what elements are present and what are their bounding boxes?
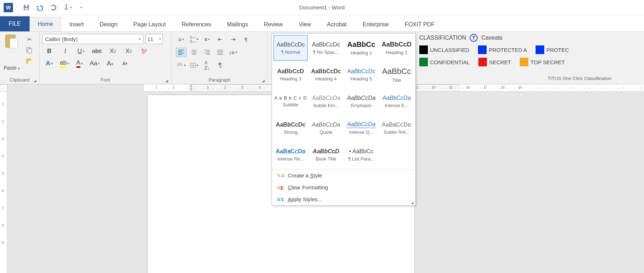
- style-tile-subtitle[interactable]: A a B b C c DSubtitle: [273, 88, 308, 114]
- strikethrough-button[interactable]: abc: [91, 46, 102, 56]
- increase-indent-button[interactable]: ⇥: [228, 35, 238, 44]
- clear-formatting-menu-item[interactable]: A◧ Clear Formatting: [272, 181, 415, 193]
- align-left-button[interactable]: [176, 48, 187, 57]
- save-button[interactable]: [20, 1, 32, 14]
- clipboard-launcher[interactable]: ◢: [33, 79, 36, 83]
- bold-button[interactable]: B: [44, 46, 55, 56]
- underline-button[interactable]: U▾: [76, 46, 86, 56]
- group-classification: CLASSIFICATION T Caveats UNCLASSIFIED PR…: [416, 32, 644, 84]
- justify-button[interactable]: [215, 48, 225, 57]
- style-tile-heading-5[interactable]: AaBbCcDcHeading 5: [344, 62, 379, 88]
- highlight-button[interactable]: ab▾: [59, 58, 70, 69]
- format-painter-button[interactable]: [24, 57, 34, 65]
- paste-button[interactable]: Paste ▾: [2, 33, 21, 72]
- tab-design[interactable]: Design: [92, 18, 126, 31]
- shrink-font-button[interactable]: A▾: [120, 58, 130, 69]
- class-unclassified[interactable]: UNCLASSIFIED: [419, 45, 469, 54]
- style-name: Intense E...: [385, 103, 408, 108]
- grow-font-button[interactable]: A▴: [104, 58, 115, 69]
- caveats-button[interactable]: Caveats: [481, 35, 502, 41]
- class-protected-a[interactable]: PROTECTED A: [478, 45, 527, 54]
- tab-mailings[interactable]: Mailings: [219, 18, 256, 31]
- tab-insert[interactable]: Insert: [61, 18, 91, 31]
- tab-page-layout[interactable]: Page Layout: [125, 18, 174, 31]
- tab-review[interactable]: Review: [256, 18, 291, 31]
- style-name: Heading 4: [315, 76, 336, 82]
- class-top-secret[interactable]: TOP SECRET: [520, 58, 565, 66]
- font-color-button[interactable]: A▾: [74, 58, 85, 69]
- resize-grip-icon[interactable]: ◢: [411, 201, 414, 204]
- qat-customize-button[interactable]: ▾: [75, 1, 87, 14]
- vertical-ruler[interactable]: 123456789: [0, 92, 7, 273]
- tab-enterprise[interactable]: Enterprise: [355, 18, 397, 31]
- borders-button[interactable]: ▾: [189, 61, 200, 70]
- class-protected-b[interactable]: PROTEC: [536, 45, 569, 54]
- tab-file[interactable]: FILE: [0, 16, 30, 31]
- copy-button[interactable]: [24, 46, 34, 54]
- style-tile--normal[interactable]: AaBbCcDc¶ Normal: [273, 35, 308, 61]
- text-effects-button[interactable]: A▾: [44, 58, 55, 69]
- redo-button[interactable]: [48, 1, 60, 14]
- subscript-button[interactable]: X2: [107, 46, 118, 56]
- paragraph-launcher[interactable]: ◢: [262, 79, 265, 83]
- undo-button[interactable]: [34, 1, 46, 14]
- style-tile-quote[interactable]: AaBbCcDaQuote: [309, 115, 343, 141]
- numbering-button[interactable]: 1—2—▾: [189, 35, 200, 44]
- sort-button[interactable]: AZ↓: [202, 61, 213, 70]
- line-spacing-button[interactable]: ↕≡▾: [228, 48, 238, 57]
- svg-rect-5: [28, 49, 32, 53]
- style-tile-heading-1[interactable]: AaBbCcHeading 1: [344, 35, 379, 61]
- show-paragraph-marks-button[interactable]: ¶: [241, 35, 251, 44]
- decrease-indent-button[interactable]: ⇤: [215, 35, 225, 44]
- create-style-icon: ✎A: [277, 173, 283, 179]
- style-tile-heading-2[interactable]: AaBbCcDHeading 2: [379, 35, 414, 61]
- align-right-button[interactable]: [202, 48, 213, 57]
- cut-button[interactable]: ✂: [24, 35, 34, 43]
- pilcrow-button[interactable]: ¶: [215, 61, 225, 70]
- style-tile--no-spac-[interactable]: AaBbCcDc¶ No Spac...: [309, 35, 343, 61]
- font-size-combo[interactable]: 11▾: [146, 34, 163, 44]
- tab-foxit-pdf[interactable]: FOXIT PDF: [397, 18, 443, 31]
- style-tile-intense-q-[interactable]: AaBbCcDaIntense Q...: [344, 115, 379, 141]
- touch-mode-button[interactable]: ▾: [61, 1, 73, 14]
- styles-gallery-dropdown: AaBbCcDc¶ NormalAaBbCcDc¶ No Spac...AaBb…: [272, 33, 416, 206]
- clear-formatting-button[interactable]: A: [139, 46, 150, 56]
- tab-view[interactable]: View: [291, 18, 319, 31]
- style-name: Book Title: [316, 156, 336, 162]
- tab-home[interactable]: Home: [30, 17, 62, 31]
- style-preview: AaBbCcDc: [277, 41, 305, 48]
- apply-styles-menu-item[interactable]: A↯ Apply Styles...: [272, 193, 415, 205]
- style-tile-intense-re-[interactable]: AᴀBʙCᴄDᴅIntense Re...: [273, 142, 308, 168]
- style-tile-subtle-ref-[interactable]: AᴀBʙCᴄDᴅSubtle Ref...: [379, 115, 414, 141]
- superscript-button[interactable]: X2: [123, 46, 134, 56]
- ruler-corner[interactable]: ⌐: [0, 84, 7, 92]
- change-case-button[interactable]: Aa▾: [89, 58, 100, 69]
- create-style-menu-item[interactable]: ✎A Create a Style: [272, 169, 415, 181]
- font-name-combo[interactable]: Calibri (Body)▾: [43, 34, 143, 44]
- class-secret[interactable]: SECRET: [478, 58, 511, 66]
- style-tile-book-title[interactable]: AaBbCcDBook Title: [309, 142, 343, 168]
- style-tile-strong[interactable]: AaBbCcDcStrong: [273, 115, 308, 141]
- style-tile-emphasis[interactable]: AaBbCcDaEmphasis: [344, 88, 379, 114]
- style-name: Heading 5: [350, 76, 372, 82]
- style-tile-intense-e-[interactable]: AaBbCcDaIntense E...: [379, 88, 414, 114]
- ribbon-body: Paste ▾ ✂ Clipboard◢ Calibri (Body)▾ 11▾…: [0, 32, 644, 84]
- group-paragraph: ≡▾ 1—2—▾ ≣▾ ⇤ ⇥ ¶ ↕≡▾: [171, 32, 268, 84]
- style-tile-title[interactable]: AaBbCcTitle: [379, 62, 414, 88]
- italic-button[interactable]: I: [60, 46, 71, 56]
- bullets-button[interactable]: ≡▾: [176, 35, 187, 44]
- style-tile-heading-3[interactable]: AaBbCcDHeading 3: [273, 62, 308, 88]
- shading-button[interactable]: ▾: [176, 61, 187, 70]
- style-tile-subtle-em-[interactable]: AaBbCcDaSubtle Em...: [309, 88, 343, 114]
- svg-rect-1: [25, 8, 28, 9]
- multilevel-list-button[interactable]: ≣▾: [202, 35, 213, 44]
- class-confidential[interactable]: CONFIDENTIAL: [419, 58, 470, 66]
- align-center-button[interactable]: [189, 48, 200, 57]
- tab-acrobat[interactable]: Acrobat: [319, 18, 355, 31]
- create-style-label: tyle: [314, 172, 322, 179]
- style-tile-heading-4[interactable]: AaBbCcDcHeading 4: [309, 62, 343, 88]
- tab-references[interactable]: References: [174, 18, 219, 31]
- style-preview: AaBbCcDa: [312, 122, 340, 128]
- font-launcher[interactable]: ◢: [165, 79, 168, 83]
- style-tile--list-para-[interactable]: • AaBbCc¶ List Para...: [344, 142, 379, 168]
